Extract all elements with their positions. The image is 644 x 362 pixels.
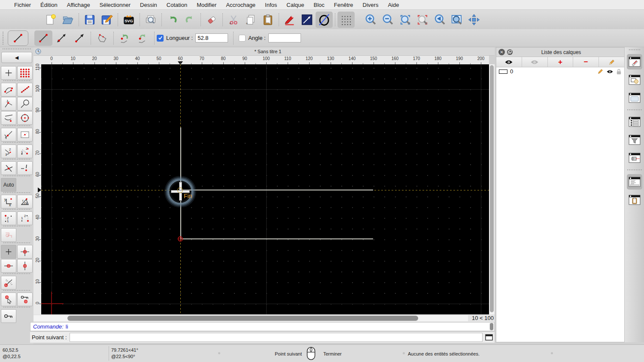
remove-layer-button[interactable]: − [573,57,599,67]
zoom-previous-button[interactable] [414,12,431,28]
library-browser-dock-button[interactable] [627,90,642,106]
history-scrollbar-thumb[interactable] [490,323,493,330]
relative-zero-plus-button[interactable] [1,245,16,259]
new-document-button[interactable] [42,12,59,28]
menu-item-cotation[interactable]: Cotation [162,0,192,10]
undo-segment-button[interactable] [116,30,134,46]
pencil-icon[interactable] [597,68,604,75]
canvas-vertical-scrollbar[interactable] [489,64,495,314]
redo-button[interactable] [181,12,198,28]
zoom-window-button[interactable] [448,12,465,28]
set-relative-zero-button[interactable] [17,245,33,259]
snap-intersection-manual-button[interactable] [17,161,33,175]
line-mode-button[interactable] [298,12,316,28]
order-1-2-b-button[interactable]: 12 [17,211,33,225]
filter-dock-button[interactable] [627,132,642,148]
coordinate-polar-button[interactable]: ra [17,195,33,208]
restrict-horizontal-button[interactable] [1,259,16,273]
drawing-canvas[interactable]: Fin [41,64,489,314]
entity-info-dock-button[interactable] [627,150,642,166]
block-list-dock-button[interactable] [627,72,642,87]
length-input[interactable] [195,33,228,42]
snap-on-entity-button[interactable] [17,83,33,97]
snap-nearest-button[interactable] [1,128,16,142]
restrict-box-button[interactable] [17,128,33,142]
export-svg-button[interactable]: SVG [120,12,137,28]
entity-list-dock-button[interactable] [627,114,642,130]
coordinate-cartesian-button[interactable]: yx [1,195,16,208]
paste-button[interactable] [259,12,276,28]
show-all-layers-button[interactable] [496,57,522,67]
snap-middle-button[interactable] [1,111,16,125]
restrict-angle-button[interactable] [1,276,16,290]
cut-button[interactable]: + [225,12,242,28]
keyboard-toggle-button[interactable] [483,332,495,342]
delete-button[interactable] [203,12,220,28]
print-preview-button[interactable] [142,12,159,28]
edit-layer-button[interactable] [599,57,624,67]
polyline-button[interactable] [93,30,111,46]
snap-sequence-a-button[interactable]: 21 [1,145,16,158]
line-angle-button[interactable] [52,30,70,46]
h-scrollbar-thumb[interactable] [67,316,418,321]
v-scrollbar-thumb[interactable] [490,65,494,312]
menu-item-accrochage[interactable]: Accrochage [221,0,260,10]
canvas-horizontal-scrollbar[interactable] [33,315,468,321]
length-checkbox[interactable] [157,35,164,42]
order-1-2-a-button[interactable]: 21 [1,211,16,225]
zoom-auto-button[interactable] [397,12,414,28]
menu-item-infos[interactable]: Infos [260,0,282,10]
snap-center-button[interactable] [17,111,33,125]
snap-intersection-button[interactable] [1,161,16,175]
command-widget-dock-button[interactable] [627,174,642,190]
restrict-nothing-button[interactable] [1,228,16,242]
line-two-points-button[interactable] [34,30,52,46]
restrict-vertical-button[interactable] [17,259,33,273]
close-icon[interactable]: ✕ [498,49,505,55]
lock-icon[interactable] [616,69,622,75]
snap-auto-button[interactable]: Auto [1,178,16,192]
command-history-scrollbar[interactable] [489,323,494,330]
float-panel-icon[interactable] [507,49,513,55]
snap-endpoints-button[interactable] [1,83,16,97]
menu-item-bloc[interactable]: Bloc [309,0,329,10]
lock-layer-button[interactable] [1,309,16,323]
angle-input[interactable] [268,33,301,42]
snap-grid-button[interactable] [17,66,33,80]
dock-drag-handle[interactable] [629,49,640,50]
document-titlebar[interactable]: * Sans titre 1 [33,47,495,56]
toolbar-drag-handle[interactable] [3,32,6,45]
zoom-in-button[interactable] [362,12,380,28]
hide-all-layers-button[interactable] [522,57,548,67]
grid-toggle-button[interactable] [337,12,355,28]
snap-free-button[interactable] [1,66,16,80]
copy-button[interactable]: + [242,12,259,28]
lock-relative-zero-button[interactable] [17,293,33,306]
menu-item-affichage[interactable]: Affichage [62,0,95,10]
save-as-button[interactable] [98,12,115,28]
layer-row[interactable]: 0 [496,67,624,75]
snap-distance-button[interactable] [17,97,33,111]
sidebar-drag-handle[interactable] [3,48,31,51]
redo-segment-button[interactable] [134,30,152,46]
angle-checkbox[interactable] [239,35,246,42]
layer-list-dock-button[interactable] [627,54,642,69]
open-file-button[interactable] [59,12,76,28]
zoom-pan-button[interactable] [465,12,483,28]
menu-item-divers[interactable]: Divers [358,0,383,10]
ellipse-mode-button[interactable] [316,12,333,28]
pick-relative-zero-button[interactable] [1,293,16,306]
menu-item-edition[interactable]: Édition [36,0,62,10]
zoom-redraw-button[interactable] [431,12,448,28]
eye-icon[interactable] [606,69,614,74]
menu-item-selectionner[interactable]: Sélectionner [95,0,135,10]
menu-item-fenetre[interactable]: Fenêtre [329,0,358,10]
line-ray-button[interactable] [70,30,88,46]
snap-sequence-b-button[interactable]: 12 [17,145,33,158]
menu-item-modifier[interactable]: Modifier [192,0,221,10]
menu-item-aide[interactable]: Aide [383,0,404,10]
command-input[interactable] [70,333,483,342]
menu-item-fichier[interactable]: Fichier [9,0,36,10]
snap-perpendicular-button[interactable] [1,97,16,111]
layers-panel-titlebar[interactable]: ✕ Liste des calques [496,48,624,57]
